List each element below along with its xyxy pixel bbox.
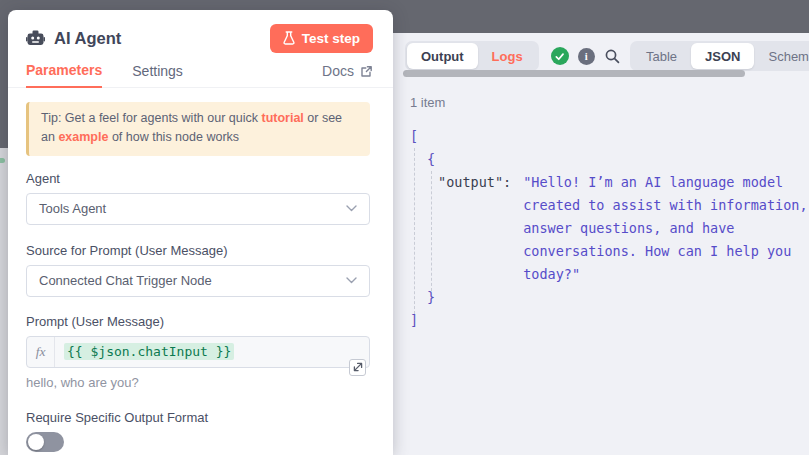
panel-tabs: Parameters Settings Docs [8,64,393,88]
tab-table[interactable]: Table [632,43,691,69]
tab-json[interactable]: JSON [691,43,754,69]
agent-select[interactable]: Tools Agent [26,193,370,225]
node-detail-panel: AI Agent Test step Parameters Settings D… [8,10,393,455]
indent-guide [414,148,415,314]
toggle-knob [28,434,44,450]
tab-output[interactable]: Output [407,43,478,69]
item-count: 1 item [410,95,445,110]
tip-callout: Tip: Get a feel for agents with our quic… [26,102,370,156]
json-array-close: ] [410,309,808,332]
chevron-down-icon [346,277,357,284]
flask-icon [283,31,295,45]
expand-expression-icon[interactable] [349,359,366,376]
external-link-icon [360,65,373,78]
agent-select-value: Tools Agent [39,201,106,216]
tip-text: Tip: Get a feel for agents with our quic… [41,111,261,125]
agent-field-label: Agent [26,171,370,186]
json-output-row: "output": "Hello! I’m an AI language mod… [410,171,808,286]
robot-icon [26,30,45,47]
parameters-form: Tip: Get a feel for agents with our quic… [8,88,393,452]
expression-body[interactable]: {{ $json.chatInput }} [55,337,243,367]
prompt-field-label: Prompt (User Message) [26,314,370,329]
tutorial-link[interactable]: tutorial [261,111,303,125]
json-object-close: } [410,286,808,309]
horizontal-scrollbar[interactable] [403,70,745,77]
success-check-icon [551,47,569,65]
tab-parameters[interactable]: Parameters [26,62,102,88]
output-panel: Output Logs i Table JSON Schema 1 item [… [393,33,809,455]
test-step-button[interactable]: Test step [270,24,373,53]
tab-logs[interactable]: Logs [478,43,537,69]
json-key-output: "output": [438,171,511,194]
chevron-down-icon [346,205,357,212]
node-title: AI Agent [54,29,121,48]
expression-token: {{ $json.chatInput }} [64,343,234,360]
docs-label: Docs [322,63,354,79]
tab-schema[interactable]: Schema [754,43,809,69]
info-icon[interactable]: i [578,48,595,65]
output-logs-segmented-control: Output Logs [405,41,539,71]
indent-guide [431,171,432,291]
json-value-output: "Hello! I’m an AI language model created… [523,171,807,286]
test-step-label: Test step [302,31,360,46]
panel-header: AI Agent Test step [8,10,393,52]
source-select[interactable]: Connected Chat Trigger Node [26,265,370,297]
output-header-icons: i [551,47,621,65]
tip-text: of how this node works [108,130,239,144]
source-select-value: Connected Chat Trigger Node [39,273,212,288]
tab-settings[interactable]: Settings [132,63,183,87]
prompt-expression-field[interactable]: fx {{ $json.chatInput }} [26,336,370,368]
fx-badge: fx [27,337,55,367]
format-segmented-control: Table JSON Schema [630,41,809,71]
output-format-toggle[interactable] [26,432,64,452]
resolved-expression-preview: hello, who are you? [26,375,370,390]
docs-link[interactable]: Docs [322,63,373,87]
source-field-label: Source for Prompt (User Message) [26,243,370,258]
json-output-viewer: [ { "output": "Hello! I’m an AI language… [410,125,808,332]
output-format-toggle-row [26,432,370,452]
output-panel-header: Output Logs i Table JSON Schema [405,41,801,71]
json-array-open: [ [410,125,808,148]
canvas-background [0,148,8,455]
canvas-node-speck [0,158,5,163]
search-icon[interactable] [604,48,621,65]
example-link[interactable]: example [58,130,108,144]
output-format-label: Require Specific Output Format [26,410,370,425]
json-object-open: { [410,148,808,171]
